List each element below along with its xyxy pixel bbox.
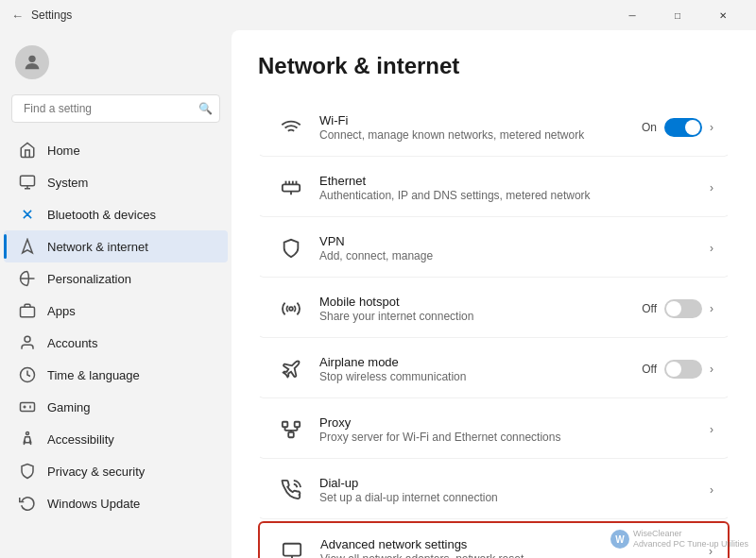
toggle-thumb-wifi bbox=[685, 120, 700, 135]
sidebar-item-windows-update[interactable]: Windows Update bbox=[4, 487, 228, 519]
setting-text-wifi: Wi-FiConnect, manage known networks, met… bbox=[308, 113, 642, 142]
sidebar-item-label-network: Network & internet bbox=[47, 240, 148, 254]
sidebar-item-privacy[interactable]: Privacy & security bbox=[4, 455, 228, 487]
sidebar-item-label-apps: Apps bbox=[47, 304, 76, 318]
chevron-icon-hotspot: › bbox=[710, 302, 713, 315]
sidebar-item-label-bluetooth: Bluetooth & devices bbox=[47, 208, 156, 222]
privacy-icon bbox=[19, 463, 36, 480]
setting-control-vpn: › bbox=[710, 242, 713, 255]
titlebar-controls: ─ □ ✕ bbox=[610, 0, 745, 30]
dialup-setting-icon bbox=[274, 473, 308, 507]
sidebar-item-label-accounts: Accounts bbox=[47, 336, 97, 350]
setting-text-dialup: Dial-upSet up a dial-up internet connect… bbox=[308, 476, 710, 504]
close-button[interactable]: ✕ bbox=[701, 0, 745, 30]
sidebar-item-label-home: Home bbox=[47, 144, 80, 158]
svg-point-17 bbox=[289, 307, 293, 311]
setting-text-vpn: VPNAdd, connect, manage bbox=[308, 234, 710, 262]
sidebar-item-label-gaming: Gaming bbox=[47, 400, 91, 414]
chevron-icon-vpn: › bbox=[710, 242, 713, 255]
sidebar-item-label-accessibility: Accessibility bbox=[47, 432, 114, 447]
svg-rect-11 bbox=[283, 184, 300, 191]
bluetooth-icon bbox=[19, 206, 36, 223]
watermark-text: WiseCleaner Advanced PC Tune-up Utilitie… bbox=[633, 529, 748, 550]
network-icon bbox=[19, 238, 36, 255]
search-icon: 🔍 bbox=[198, 102, 213, 115]
setting-item-vpn[interactable]: VPNAdd, connect, manage› bbox=[258, 219, 730, 278]
setting-item-hotspot[interactable]: Mobile hotspotShare your internet connec… bbox=[258, 279, 730, 338]
titlebar: ← Settings ─ □ ✕ bbox=[0, 0, 756, 30]
sidebar-item-accessibility[interactable]: Accessibility bbox=[4, 423, 228, 455]
setting-item-dialup[interactable]: Dial-upSet up a dial-up internet connect… bbox=[258, 461, 730, 519]
sidebar-item-label-system: System bbox=[47, 176, 88, 190]
sidebar-item-system[interactable]: System bbox=[4, 166, 228, 198]
toggle-label-airplane: Off bbox=[642, 363, 657, 376]
system-icon bbox=[19, 174, 36, 191]
setting-text-airplane: Airplane modeStop wireless communication bbox=[308, 355, 642, 383]
svg-rect-8 bbox=[21, 403, 35, 412]
chevron-icon-wifi: › bbox=[710, 121, 713, 134]
setting-item-ethernet[interactable]: EthernetAuthentication, IP and DNS setti… bbox=[258, 159, 730, 217]
proxy-setting-icon bbox=[274, 413, 308, 447]
minimize-button[interactable]: ─ bbox=[610, 0, 654, 30]
vpn-setting-icon bbox=[274, 231, 308, 265]
settings-list: Wi-FiConnect, manage known networks, met… bbox=[258, 98, 730, 558]
setting-item-proxy[interactable]: ProxyProxy server for Wi-Fi and Ethernet… bbox=[258, 400, 730, 459]
setting-item-airplane[interactable]: Airplane modeStop wireless communication… bbox=[258, 340, 730, 398]
avatar[interactable] bbox=[15, 45, 49, 79]
sidebar: 🔍 HomeSystemBluetooth & devicesNetwork &… bbox=[0, 30, 232, 558]
svg-point-6 bbox=[25, 336, 30, 342]
setting-text-ethernet: EthernetAuthentication, IP and DNS setti… bbox=[308, 174, 710, 202]
setting-control-hotspot: Off› bbox=[642, 299, 713, 318]
page-title: Network & internet bbox=[258, 53, 730, 79]
setting-name-ethernet: Ethernet bbox=[319, 174, 698, 188]
setting-desc-ethernet: Authentication, IP and DNS settings, met… bbox=[319, 189, 698, 202]
chevron-icon-ethernet: › bbox=[710, 181, 713, 194]
ethernet-setting-icon bbox=[274, 171, 308, 205]
sidebar-item-label-time: Time & language bbox=[47, 368, 140, 382]
sidebar-item-gaming[interactable]: Gaming bbox=[4, 391, 228, 423]
hotspot-setting-icon bbox=[274, 292, 308, 326]
toggle-thumb-airplane bbox=[666, 362, 681, 377]
back-icon[interactable]: ← bbox=[11, 8, 24, 23]
sidebar-item-network[interactable]: Network & internet bbox=[4, 230, 228, 262]
setting-item-wifi[interactable]: Wi-FiConnect, manage known networks, met… bbox=[258, 98, 730, 157]
sidebar-item-accounts[interactable]: Accounts bbox=[4, 327, 228, 359]
setting-control-airplane: Off› bbox=[642, 360, 713, 379]
setting-desc-proxy: Proxy server for Wi-Fi and Ethernet conn… bbox=[319, 431, 698, 444]
toggle-hotspot[interactable] bbox=[664, 299, 702, 318]
setting-desc-airplane: Stop wireless communication bbox=[319, 370, 630, 383]
toggle-airplane[interactable] bbox=[664, 360, 702, 379]
accessibility-icon bbox=[19, 431, 36, 448]
setting-text-hotspot: Mobile hotspotShare your internet connec… bbox=[308, 295, 642, 323]
toggle-label-wifi: On bbox=[642, 121, 657, 134]
svg-rect-20 bbox=[288, 432, 294, 438]
setting-name-vpn: VPN bbox=[319, 234, 698, 248]
personalization-icon bbox=[19, 270, 36, 287]
chevron-icon-airplane: › bbox=[710, 363, 713, 376]
profile-section bbox=[0, 38, 232, 94]
setting-name-hotspot: Mobile hotspot bbox=[319, 295, 630, 309]
titlebar-left: ← Settings bbox=[11, 8, 72, 23]
setting-name-dialup: Dial-up bbox=[319, 476, 698, 490]
svg-point-9 bbox=[26, 432, 29, 435]
time-icon bbox=[19, 366, 36, 383]
sidebar-item-personalization[interactable]: Personalization bbox=[4, 262, 228, 295]
search-input[interactable] bbox=[11, 94, 220, 123]
sidebar-item-time[interactable]: Time & language bbox=[4, 359, 228, 391]
maximize-button[interactable]: □ bbox=[656, 0, 699, 30]
gaming-icon bbox=[19, 398, 36, 415]
setting-control-wifi: On› bbox=[642, 118, 713, 137]
sidebar-item-label-windows-update: Windows Update bbox=[47, 497, 140, 511]
windows-update-icon bbox=[19, 495, 36, 512]
svg-rect-5 bbox=[21, 307, 35, 317]
sidebar-item-apps[interactable]: Apps bbox=[4, 295, 228, 327]
setting-text-proxy: ProxyProxy server for Wi-Fi and Ethernet… bbox=[308, 415, 710, 444]
chevron-icon-proxy: › bbox=[710, 423, 713, 436]
sidebar-item-home[interactable]: Home bbox=[4, 134, 228, 166]
toggle-thumb-hotspot bbox=[666, 301, 681, 316]
sidebar-item-bluetooth[interactable]: Bluetooth & devices bbox=[4, 198, 228, 230]
toggle-wifi[interactable] bbox=[664, 118, 702, 137]
airplane-setting-icon bbox=[274, 352, 308, 386]
setting-control-proxy: › bbox=[710, 423, 713, 436]
svg-point-0 bbox=[28, 56, 35, 62]
